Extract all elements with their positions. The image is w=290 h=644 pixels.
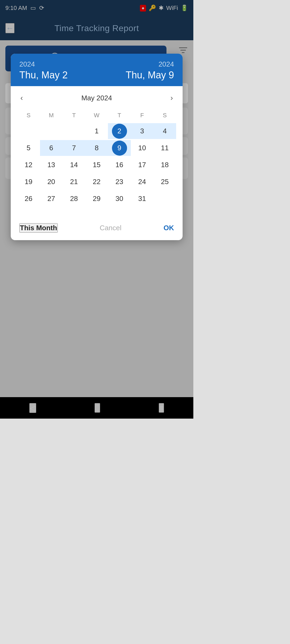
day-28[interactable]: 28 bbox=[63, 191, 85, 207]
day-26[interactable]: 26 bbox=[17, 191, 40, 207]
day-7[interactable]: 7 bbox=[63, 140, 85, 156]
day-17[interactable]: 17 bbox=[131, 157, 154, 173]
day-21[interactable]: 21 bbox=[63, 174, 85, 190]
day-25[interactable]: 25 bbox=[153, 174, 176, 190]
date-picker-header: 2024 Thu, May 2 2024 Thu, May 9 bbox=[11, 54, 183, 86]
day-12[interactable]: 12 bbox=[17, 157, 40, 173]
cancel-button[interactable]: Cancel bbox=[100, 224, 121, 232]
day-22[interactable]: 22 bbox=[85, 174, 108, 190]
weekday-thu: T bbox=[108, 110, 131, 121]
start-year: 2024 bbox=[19, 60, 68, 68]
day-4[interactable]: 4 bbox=[153, 123, 176, 139]
day-19[interactable]: 19 bbox=[17, 174, 40, 190]
day-11[interactable]: 11 bbox=[153, 140, 176, 156]
end-year: 2024 bbox=[126, 60, 174, 68]
day-6[interactable]: 6 bbox=[40, 140, 63, 156]
day-1[interactable]: 1 bbox=[85, 123, 108, 139]
prev-month-button[interactable]: ‹ bbox=[17, 92, 26, 104]
day-16[interactable]: 16 bbox=[108, 157, 131, 173]
day-2[interactable]: 2 bbox=[108, 123, 131, 139]
day-31[interactable]: 31 bbox=[131, 191, 154, 207]
spacer bbox=[11, 208, 183, 216]
day-24[interactable]: 24 bbox=[131, 174, 154, 190]
empty-cell-1 bbox=[17, 123, 40, 139]
calendar-body: ‹ May 2024 › S M T W T F S 1 2 bbox=[11, 86, 183, 207]
month-title: May 2024 bbox=[81, 94, 112, 102]
day-20[interactable]: 20 bbox=[40, 174, 63, 190]
start-date-label: Thu, May 2 bbox=[19, 69, 68, 81]
day-29[interactable]: 29 bbox=[85, 191, 108, 207]
day-27[interactable]: 27 bbox=[40, 191, 63, 207]
date-picker-footer: This Month Cancel OK bbox=[11, 216, 183, 240]
weekday-fri: F bbox=[131, 110, 154, 121]
start-date-section[interactable]: 2024 Thu, May 2 bbox=[19, 60, 68, 81]
calendar-row-4: 19 20 21 22 23 24 25 bbox=[17, 174, 176, 190]
next-month-button[interactable]: › bbox=[167, 92, 176, 104]
empty-cell-2 bbox=[40, 123, 63, 139]
day-13[interactable]: 13 bbox=[40, 157, 63, 173]
day-15[interactable]: 15 bbox=[85, 157, 108, 173]
day-8[interactable]: 8 bbox=[85, 140, 108, 156]
day-30[interactable]: 30 bbox=[108, 191, 131, 207]
ok-button[interactable]: OK bbox=[164, 224, 174, 232]
date-picker-dialog: 2024 Thu, May 2 2024 Thu, May 9 ‹ May 20… bbox=[11, 54, 183, 240]
empty-end bbox=[153, 191, 176, 207]
weekday-headers: S M T W T F S bbox=[17, 110, 176, 121]
empty-cell-3 bbox=[63, 123, 85, 139]
day-18[interactable]: 18 bbox=[153, 157, 176, 173]
weekday-tue: T bbox=[63, 110, 85, 121]
day-3[interactable]: 3 bbox=[131, 123, 154, 139]
end-date-label: Thu, May 9 bbox=[126, 69, 174, 81]
end-date-section[interactable]: 2024 Thu, May 9 bbox=[126, 60, 174, 81]
weekday-sat: S bbox=[153, 110, 176, 121]
weekday-wed: W bbox=[85, 110, 108, 121]
day-9[interactable]: 9 bbox=[108, 140, 131, 156]
calendar-row-5: 26 27 28 29 30 31 bbox=[17, 191, 176, 207]
month-navigator: ‹ May 2024 › bbox=[17, 92, 176, 104]
calendar-row-1: 1 2 3 4 bbox=[17, 123, 176, 139]
day-14[interactable]: 14 bbox=[63, 157, 85, 173]
weekday-sun: S bbox=[17, 110, 40, 121]
weekday-mon: M bbox=[40, 110, 63, 121]
this-month-button[interactable]: This Month bbox=[19, 223, 58, 233]
day-10[interactable]: 10 bbox=[131, 140, 154, 156]
day-23[interactable]: 23 bbox=[108, 174, 131, 190]
calendar-row-3: 12 13 14 15 16 17 18 bbox=[17, 157, 176, 173]
calendar-row-2: 5 6 7 8 9 10 11 bbox=[17, 140, 176, 156]
day-5[interactable]: 5 bbox=[17, 140, 40, 156]
